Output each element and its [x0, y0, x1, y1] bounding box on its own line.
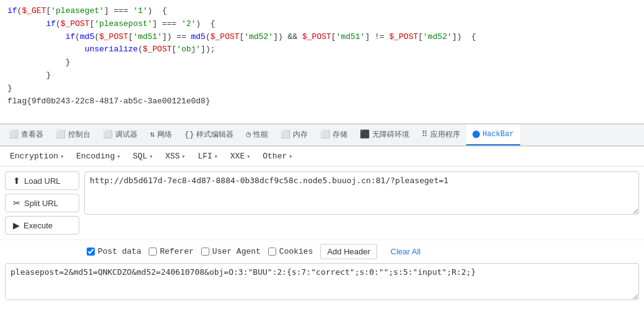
referer-label: Referer: [160, 247, 194, 256]
menu-encryption[interactable]: Encryption ▾: [5, 149, 69, 163]
tab-style[interactable]: {} 样式编辑器: [178, 124, 240, 145]
tab-debugger-label: 调试器: [115, 129, 137, 140]
add-header-label: Add Header: [327, 247, 370, 256]
menu-encryption-label: Encryption: [10, 152, 58, 161]
url-area: [84, 171, 639, 235]
tab-debugger[interactable]: ⬜ 调试器: [97, 124, 144, 145]
cookies-checkbox[interactable]: [268, 248, 276, 256]
tab-hackbar-label: HackBar: [482, 130, 513, 139]
menu-xxe-label: XXE: [230, 152, 245, 161]
console-icon: ⬜: [56, 129, 66, 139]
menu-other-label: Other: [263, 152, 287, 161]
tab-hackbar[interactable]: HackBar: [466, 124, 520, 145]
load-url-button[interactable]: ⬆ Load URL: [5, 171, 79, 190]
tab-apps-label: 应用程序: [430, 129, 460, 140]
execute-icon: ▶: [13, 220, 20, 230]
user-agent-label: User Agent: [212, 247, 261, 256]
tab-memory[interactable]: ⬜ 内存: [274, 124, 314, 145]
network-icon: ⇅: [150, 129, 155, 139]
user-agent-checkbox-label[interactable]: User Agent: [201, 247, 261, 256]
execute-button[interactable]: ▶ Execute: [5, 216, 79, 235]
menu-encoding[interactable]: Encoding ▾: [71, 149, 125, 163]
split-url-icon: ✂: [13, 198, 20, 208]
menu-lfi[interactable]: LFI ▾: [193, 149, 222, 163]
xss-arrow-icon: ▾: [181, 153, 185, 160]
clear-all-button[interactable]: Clear All: [385, 244, 427, 259]
menu-xss-label: XSS: [165, 152, 180, 161]
tab-network-label: 网络: [157, 129, 172, 140]
tab-storage-label: 存储: [333, 129, 347, 140]
add-header-button[interactable]: Add Header: [320, 244, 376, 259]
tab-console[interactable]: ⬜ 控制台: [50, 124, 97, 145]
hackbar-main: ⬆ Load URL ✂ Split URL ▶ Execute: [0, 166, 644, 239]
style-icon: {}: [185, 130, 194, 139]
post-data-checkbox[interactable]: [87, 248, 95, 256]
lfi-arrow-icon: ▾: [214, 153, 218, 160]
devtools-tabbar: ⬜ 查看器 ⬜ 控制台 ⬜ 调试器 ⇅ 网络 {} 样式编辑器 ◷ 性能 ⬜ 内…: [0, 124, 644, 146]
cookies-checkbox-label[interactable]: Cookies: [268, 247, 313, 256]
sql-arrow-icon: ▾: [149, 153, 153, 160]
encryption-arrow-icon: ▾: [60, 153, 64, 160]
menu-sql[interactable]: SQL ▾: [128, 149, 158, 163]
split-url-button[interactable]: ✂ Split URL: [5, 194, 79, 212]
tab-accessibility-label: 无障碍环境: [372, 129, 409, 140]
referer-checkbox-label[interactable]: Referer: [149, 247, 194, 256]
tab-memory-label: 内存: [293, 129, 308, 140]
hackbar-menubar: Encryption ▾ Encoding ▾ SQL ▾ XSS ▾ LFI …: [0, 147, 644, 166]
menu-sql-label: SQL: [133, 152, 147, 161]
tab-inspect-label: 查看器: [21, 129, 43, 140]
tab-perf[interactable]: ◷ 性能: [240, 124, 274, 145]
tab-perf-label: 性能: [253, 129, 268, 140]
apps-icon: ⠿: [422, 129, 428, 139]
tab-network[interactable]: ⇅ 网络: [144, 124, 178, 145]
load-url-icon: ⬆: [13, 176, 20, 186]
tab-inspect[interactable]: ⬜ 查看器: [2, 124, 50, 145]
tab-console-label: 控制台: [68, 129, 90, 140]
post-data-label: Post data: [98, 247, 141, 256]
referer-checkbox[interactable]: [149, 248, 157, 256]
split-url-label: Split URL: [24, 199, 58, 208]
cookies-label: Cookies: [279, 247, 313, 256]
menu-encoding-label: Encoding: [76, 152, 115, 161]
inspect-icon: ⬜: [9, 129, 19, 139]
url-input[interactable]: [84, 171, 639, 215]
post-data-checkbox-label[interactable]: Post data: [87, 247, 141, 256]
tab-style-label: 样式编辑器: [196, 129, 233, 140]
menu-other[interactable]: Other ▾: [258, 149, 297, 163]
tab-accessibility[interactable]: ⬛ 无障碍环境: [354, 124, 416, 145]
menu-xxe[interactable]: XXE ▾: [225, 149, 255, 163]
post-data-area: [5, 263, 639, 303]
tab-storage[interactable]: ⬜ 存储: [314, 124, 354, 145]
tab-apps[interactable]: ⠿ 应用程序: [416, 124, 466, 145]
code-display: if($_GET['pleaseget'] === '1') { if($_PO…: [0, 0, 644, 124]
hackbar-dot-icon: [472, 131, 480, 138]
hackbar-panel: Encryption ▾ Encoding ▾ SQL ▾ XSS ▾ LFI …: [0, 146, 644, 303]
options-row: Post data Referer User Agent Cookies Add…: [0, 239, 644, 263]
other-arrow-icon: ▾: [289, 153, 292, 160]
execute-label: Execute: [24, 221, 53, 230]
post-data-input[interactable]: [5, 263, 639, 300]
storage-icon: ⬜: [320, 129, 330, 139]
memory-icon: ⬜: [281, 129, 290, 139]
action-buttons: ⬆ Load URL ✂ Split URL ▶ Execute: [5, 171, 79, 235]
user-agent-checkbox[interactable]: [201, 248, 209, 256]
load-url-label: Load URL: [24, 176, 61, 186]
menu-lfi-label: LFI: [198, 152, 212, 161]
encoding-arrow-icon: ▾: [116, 153, 120, 160]
clear-all-label: Clear All: [391, 247, 420, 256]
perf-icon: ◷: [246, 129, 251, 139]
accessibility-icon: ⬛: [360, 129, 370, 139]
menu-xss[interactable]: XSS ▾: [160, 149, 190, 163]
xxe-arrow-icon: ▾: [246, 153, 250, 160]
debugger-icon: ⬜: [103, 129, 113, 139]
